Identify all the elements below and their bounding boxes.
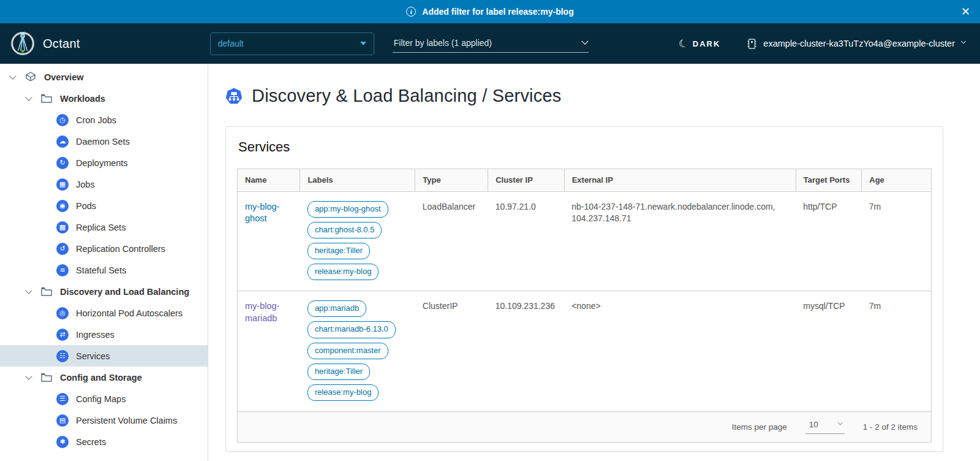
sidebar-item-daemon-sets[interactable]: ☁ Daemon Sets xyxy=(0,131,208,152)
sidebar-item-secrets[interactable]: ✱ Secrets xyxy=(0,431,208,452)
table-row: my-blog-ghost app:my-blog-ghost chart:gh… xyxy=(238,191,931,291)
column-header-labels[interactable]: Labels xyxy=(300,169,415,191)
sidebar-group-workloads[interactable]: Workloads xyxy=(0,88,208,109)
overview-icon xyxy=(24,71,37,83)
chevron-down-icon xyxy=(961,38,966,43)
theme-toggle-button[interactable]: ☾ DARK xyxy=(679,37,721,50)
table-footer: Items per page 10 1 - 2 of 2 items xyxy=(238,411,931,442)
job-icon: ▦ xyxy=(56,178,69,191)
card-title: Services xyxy=(238,139,932,155)
column-header-external-ip[interactable]: External IP xyxy=(564,169,796,191)
cell-cluster-ip: 10.97.21.0 xyxy=(488,191,565,291)
service-link[interactable]: my-blog-ghost xyxy=(245,201,293,225)
sidebar-group-label: Discovery and Load Balancing xyxy=(60,287,189,297)
sidebar-item-label: Stateful Sets xyxy=(76,265,126,275)
banner-message: Added filter for label release:my-blog xyxy=(422,7,573,17)
label-badge[interactable]: heritage:Tiller xyxy=(307,364,370,380)
cell-type: ClusterIP xyxy=(415,291,488,411)
replicaset-icon: ▩ xyxy=(56,221,69,234)
label-filter-text: Filter by labels (1 applied) xyxy=(394,38,492,48)
sidebar-item-label: Pods xyxy=(76,201,96,211)
cluster-switcher[interactable]: example-cluster-ka3TuTzYo4a@example-clus… xyxy=(746,38,965,50)
sidebar-item-label: Services xyxy=(76,351,110,361)
statefulset-icon: ≡ xyxy=(56,264,69,276)
sidebar-item-label: Persistent Volume Claims xyxy=(76,416,177,425)
sidebar-item-stateful-sets[interactable]: ≡ Stateful Sets xyxy=(0,259,208,281)
label-badge[interactable]: release:my-blog xyxy=(307,264,379,280)
page-size-select[interactable]: 10 xyxy=(805,420,845,434)
chevron-down-icon[interactable] xyxy=(24,97,33,100)
sidebar-item-ingresses[interactable]: ⇄ Ingresses xyxy=(0,324,208,345)
sidebar-group-label: Config and Storage xyxy=(60,373,142,383)
sidebar-item-replica-sets[interactable]: ▩ Replica Sets xyxy=(0,216,208,238)
sidebar-item-label: Horizontal Pod Autoscalers xyxy=(76,308,183,318)
octant-logo-icon xyxy=(10,31,36,56)
cluster-name: example-cluster-ka3TuTzYo4a@example-clus… xyxy=(763,39,955,48)
label-badge[interactable]: app:mariadb xyxy=(307,300,366,317)
deployment-icon: ↻ xyxy=(56,157,69,169)
sidebar-item-overview[interactable]: Overview xyxy=(0,66,208,88)
sidebar-group-discovery-load-balancing[interactable]: Discovery and Load Balancing xyxy=(0,281,208,302)
service-icon xyxy=(225,88,243,105)
cell-target-ports: mysql/TCP xyxy=(796,291,862,411)
label-badge[interactable]: chart:mariadb-6.13.0 xyxy=(307,321,396,338)
chevron-down-icon xyxy=(837,420,842,425)
sidebar-item-persistent-volume-claims[interactable]: ▤ Persistent Volume Claims xyxy=(0,410,208,431)
chevron-down-icon[interactable] xyxy=(24,376,33,379)
sidebar-item-replication-controllers[interactable]: ↺ Replication Controllers xyxy=(0,238,208,259)
column-header-type[interactable]: Type xyxy=(415,169,488,191)
label-badge[interactable]: release:my-blog xyxy=(307,384,379,401)
sidebar-item-pods[interactable]: ◉ Pods xyxy=(0,195,208,216)
chevron-down-icon[interactable] xyxy=(24,291,33,293)
items-per-page-label: Items per page xyxy=(732,422,787,432)
page-title-text: Discovery & Load Balancing / Services xyxy=(252,86,561,106)
label-filter-select[interactable]: Filter by labels (1 applied) xyxy=(393,34,589,53)
cell-external-ip: <none> xyxy=(564,291,796,411)
info-icon: i xyxy=(406,7,416,17)
chevron-down-icon[interactable] xyxy=(9,76,17,78)
sidebar-item-label: Daemon Sets xyxy=(76,137,130,147)
folder-icon xyxy=(40,371,53,384)
app-title: Octant xyxy=(43,37,80,51)
sidebar-item-label: Overview xyxy=(44,72,84,82)
cronjob-icon: ◷ xyxy=(56,114,69,126)
service-link[interactable]: my-blog-mariadb xyxy=(245,300,293,324)
namespace-select[interactable]: default xyxy=(210,32,374,55)
sidebar-item-label: Replication Controllers xyxy=(76,244,165,254)
sidebar-group-label: Workloads xyxy=(60,94,105,104)
column-header-target-ports[interactable]: Target Ports xyxy=(796,169,862,191)
sidebar-item-cron-jobs[interactable]: ◷ Cron Jobs xyxy=(0,109,208,131)
sidebar-item-label: Deployments xyxy=(76,158,128,168)
label-badge[interactable]: app:my-blog-ghost xyxy=(307,201,388,218)
daemonset-icon: ☁ xyxy=(56,135,69,148)
moon-icon: ☾ xyxy=(677,36,690,51)
page-size-value: 10 xyxy=(809,420,818,429)
label-badge[interactable]: chart:ghost-8.0.5 xyxy=(307,222,382,238)
sidebar-item-horizontal-pod-autoscalers[interactable]: ◎ Horizontal Pod Autoscalers xyxy=(0,302,208,324)
sidebar-group-config-and-storage[interactable]: Config and Storage xyxy=(0,367,208,388)
services-card: Services Name Labels Type Cluster IP Ext… xyxy=(225,126,943,452)
configmap-icon: ☰ xyxy=(56,393,69,405)
sidebar-item-deployments[interactable]: ↻ Deployments xyxy=(0,152,208,173)
theme-toggle-label: DARK xyxy=(693,39,721,48)
sidebar-item-label: Ingresses xyxy=(76,330,115,340)
sidebar-item-services[interactable]: ☷ Services xyxy=(0,345,208,367)
namespace-value: default xyxy=(218,39,244,48)
cell-age: 7m xyxy=(862,291,931,411)
column-header-name[interactable]: Name xyxy=(238,169,300,191)
caret-down-icon xyxy=(360,42,366,45)
sidebar-nav: Overview Workloads ◷ Cron Jobs ☁ Daemon … xyxy=(0,64,208,461)
label-badge[interactable]: component:master xyxy=(307,343,388,359)
notification-banner: i Added filter for label release:my-blog… xyxy=(0,0,980,23)
table-row: my-blog-mariadb app:mariadb chart:mariad… xyxy=(238,291,931,411)
pod-icon: ◉ xyxy=(56,200,69,212)
column-header-cluster-ip[interactable]: Cluster IP xyxy=(488,169,565,191)
close-icon[interactable]: ✕ xyxy=(961,6,970,17)
column-header-age[interactable]: Age xyxy=(862,169,931,191)
label-badge[interactable]: heritage:Tiller xyxy=(307,243,370,259)
sidebar-item-jobs[interactable]: ▦ Jobs xyxy=(0,173,208,195)
sidebar-item-config-maps[interactable]: ☰ Config Maps xyxy=(0,388,208,410)
sidebar-item-label: Secrets xyxy=(76,437,106,447)
page-title: Discovery & Load Balancing / Services xyxy=(225,86,943,106)
cell-target-ports: http/TCP xyxy=(796,191,862,291)
